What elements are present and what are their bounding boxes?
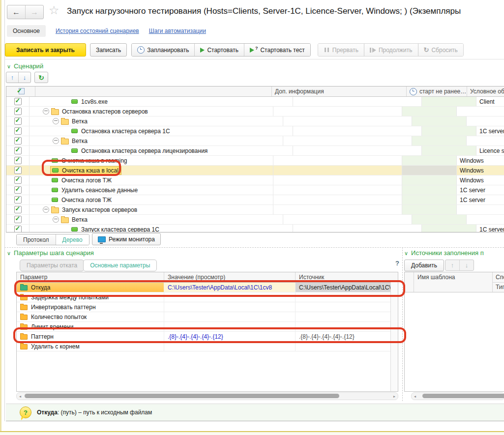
- table-row[interactable]: Очистка кэша в roaming Windows: [6, 156, 504, 166]
- tab-main[interactable]: Основное: [7, 25, 46, 37]
- row-checkbox[interactable]: [14, 147, 22, 154]
- scrollbar-thumb[interactable]: [25, 394, 339, 398]
- row-checkbox[interactable]: [14, 137, 22, 145]
- move-up-button[interactable]: [6, 72, 18, 83]
- table-row[interactable]: Ветка: [6, 116, 504, 126]
- scroll-left-icon[interactable]: [412, 394, 418, 399]
- back-button[interactable]: [7, 5, 25, 19]
- scroll-right-icon[interactable]: [391, 394, 398, 399]
- table-row[interactable]: Ветка: [6, 136, 504, 146]
- abort-button[interactable]: Прервать: [318, 44, 364, 56]
- row-checkbox[interactable]: [14, 196, 22, 203]
- params-section-title[interactable]: Параметры шага сценария: [7, 249, 94, 257]
- move-up-button[interactable]: [445, 260, 459, 270]
- row-checkbox[interactable]: [14, 216, 22, 223]
- start-test-button[interactable]: ? Стартовать тест: [244, 44, 310, 56]
- table-row[interactable]: Очистка логов ТЖ Windows: [6, 175, 504, 185]
- param-row[interactable]: Удалить с корнем: [17, 342, 398, 351]
- tree-header-designation[interactable]: Условное обозначение ед: [467, 87, 504, 96]
- row-checkbox[interactable]: [14, 186, 22, 194]
- move-down-button[interactable]: [18, 72, 30, 83]
- param-row[interactable]: Паттерн .{8}-.{4}-.{4}-.{4}-.{12} .{8}-.…: [17, 332, 398, 342]
- scrollbar-thumb[interactable]: [422, 394, 504, 398]
- table-row[interactable]: Запуск кластера сервера 1С 1C server: [6, 225, 504, 232]
- params-header-param[interactable]: Параметр: [17, 272, 164, 282]
- table-row[interactable]: Остановка кластеров серверов: [6, 107, 504, 116]
- rollback-params-tab[interactable]: Параметры отката: [20, 260, 84, 271]
- param-icon: [20, 334, 28, 340]
- param-row-selected[interactable]: Откуда C:\Users\Tester\AppData\Local\1C\…: [17, 283, 398, 292]
- tab-scenario-history[interactable]: История состояний сценариев: [56, 28, 139, 34]
- params-table: Параметр Значение (просмотр) Источник От…: [16, 272, 398, 392]
- sources-horizontal-scrollbar[interactable]: [411, 392, 504, 400]
- row-checkbox[interactable]: [14, 226, 22, 232]
- collapse-node-icon[interactable]: [43, 108, 49, 115]
- param-row[interactable]: Инвертировать паттерн: [17, 302, 398, 312]
- params-vertical-scrollbar[interactable]: [390, 282, 398, 391]
- step-icon: [52, 168, 59, 173]
- tab-automation-steps[interactable]: Шаги автоматизации: [149, 28, 206, 34]
- start-button[interactable]: Стартовать: [194, 44, 244, 56]
- continue-icon: [370, 47, 376, 53]
- favorite-star-icon[interactable]: [49, 3, 59, 17]
- table-row[interactable]: Ветка: [6, 215, 504, 225]
- params-header-value[interactable]: Значение (просмотр): [164, 272, 296, 282]
- help-icon[interactable]: ?: [395, 260, 399, 267]
- continue-button[interactable]: Продолжить: [364, 44, 418, 56]
- tree-header-info[interactable]: Доп. информация: [272, 87, 407, 96]
- tree-toggle[interactable]: Дерево: [56, 234, 89, 245]
- move-down-button[interactable]: [459, 260, 474, 270]
- form-tabs: Основное История состояний сценариев Шаг…: [7, 25, 206, 37]
- hint-bar: ? Откуда: (путь) – путь к исходным файла…: [6, 404, 504, 421]
- collapse-node-icon[interactable]: [43, 206, 49, 213]
- tree-header-checkbox[interactable]: [6, 87, 35, 96]
- params-horizontal-scrollbar[interactable]: [16, 392, 398, 400]
- row-checkbox[interactable]: [14, 127, 22, 135]
- collapse-node-icon[interactable]: [53, 216, 59, 223]
- folder-icon: [51, 207, 59, 213]
- collapse-node-icon[interactable]: [53, 138, 59, 144]
- row-checkbox[interactable]: [14, 98, 22, 105]
- table-row[interactable]: Остановка кластера сервера лицензировани…: [6, 146, 504, 156]
- table-row[interactable]: Запуск кластеров серверов: [6, 205, 504, 215]
- table-row[interactable]: 1cv8s.exe Client: [6, 97, 504, 107]
- reset-button[interactable]: Сбросить: [418, 44, 463, 56]
- table-row[interactable]: Очистка логов ТЖ 1C server: [6, 195, 504, 205]
- refresh-button[interactable]: [34, 72, 48, 83]
- row-checkbox[interactable]: [14, 157, 22, 164]
- collapse-node-icon[interactable]: [53, 118, 59, 124]
- row-checkbox[interactable]: [14, 206, 22, 213]
- param-row[interactable]: Лимит времени: [17, 322, 398, 332]
- sources-header-value-type[interactable]: Тип знач: [493, 283, 504, 292]
- param-row[interactable]: Количество попыток: [17, 312, 398, 322]
- tree-header-start[interactable]: старт не ранее…: [407, 87, 467, 96]
- table-row[interactable]: Удалить сеансовые данные 1C server: [6, 185, 504, 195]
- sources-header-fill-method[interactable]: Способ з: [493, 272, 504, 283]
- sources-header-marker: [405, 272, 414, 292]
- move-row-group: [6, 72, 31, 83]
- param-row[interactable]: Задержка между попытками: [17, 292, 398, 302]
- scenario-section-title[interactable]: Сценарий: [7, 62, 43, 70]
- save-button[interactable]: Записать: [90, 43, 127, 57]
- scroll-left-icon[interactable]: [17, 394, 24, 399]
- row-checkbox[interactable]: [14, 108, 22, 115]
- monitor-mode-button[interactable]: Режим монитора: [92, 233, 161, 245]
- row-checkbox[interactable]: [14, 167, 22, 174]
- table-row-selected[interactable]: Очистка кэша в local Windows: [6, 166, 504, 175]
- row-checkbox[interactable]: [14, 117, 22, 125]
- tree-header: Доп. информация старт не ранее… Условное…: [6, 87, 504, 97]
- schedule-button[interactable]: Запланировать: [132, 44, 194, 56]
- forward-button[interactable]: [25, 5, 43, 19]
- protocol-toggle[interactable]: Протокол: [17, 234, 56, 245]
- tree-header-name[interactable]: [35, 87, 272, 96]
- sources-header-template-name[interactable]: Имя шаблона: [414, 272, 493, 292]
- main-params-tab[interactable]: Основные параметры: [83, 260, 157, 271]
- sources-section-title[interactable]: Источники заполнения п: [404, 249, 504, 257]
- add-button[interactable]: Добавить: [404, 260, 444, 271]
- help-bubble-icon: ?: [20, 406, 31, 418]
- params-header-source[interactable]: Источник: [296, 272, 398, 282]
- row-checkbox[interactable]: [14, 176, 22, 184]
- sources-table: Имя шаблона Способ з Тип знач: [404, 272, 504, 392]
- save-and-close-button[interactable]: Записать и закрыть: [5, 43, 86, 57]
- table-row[interactable]: Остановка кластера сервера 1С 1C server: [6, 126, 504, 136]
